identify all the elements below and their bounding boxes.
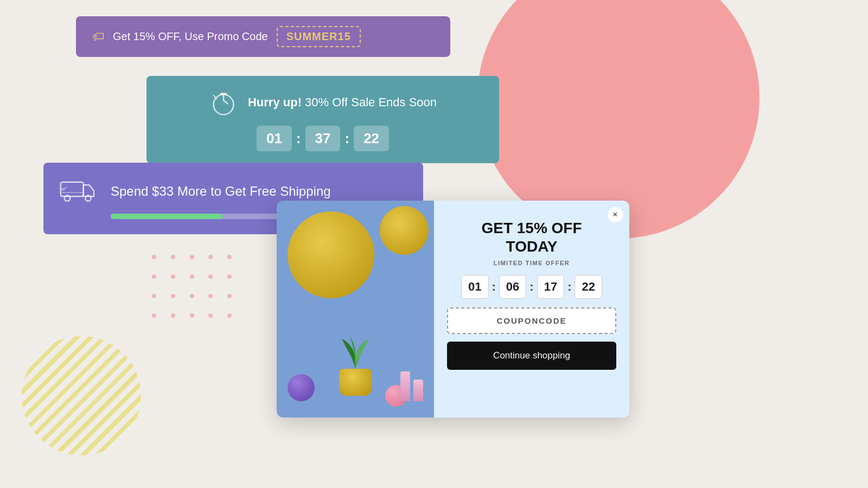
- countdown-banner: Hurry up! 30% Off Sale Ends Soon 01 : 37…: [146, 76, 499, 163]
- modal-colon-2: :: [529, 280, 533, 294]
- countdown-colon-1: :: [296, 130, 301, 147]
- modal-colon-1: :: [492, 280, 496, 294]
- purple-sphere: [288, 374, 315, 401]
- modal-timer: 01 : 06 : 17 : 22: [447, 275, 616, 299]
- modal-close-button[interactable]: ×: [608, 207, 623, 222]
- promo-code: SUMMER15: [277, 26, 361, 47]
- countdown-title: Hurry up! 30% Off Sale Ends Soon: [248, 95, 437, 110]
- countdown-seconds: 22: [354, 126, 389, 151]
- modal-subtitle: LIMITED TIME OFFER: [447, 260, 616, 266]
- modal-image-side: [277, 201, 434, 418]
- countdown-digits: 01 : 37 : 22: [257, 126, 389, 151]
- stopwatch-icon: [209, 88, 238, 117]
- modal-hours: 01: [461, 275, 488, 299]
- modal-popup: × GET 15% OFF TODAY LIMITED TIME OFFER 0…: [277, 201, 629, 418]
- coupon-code-box[interactable]: COUPONCODE: [447, 307, 616, 334]
- svg-line-2: [224, 100, 228, 104]
- gold-circle-small: [380, 206, 429, 255]
- modal-colon-3: :: [567, 280, 571, 294]
- modal-minutes: 06: [499, 275, 526, 299]
- plant-pot: [334, 320, 377, 396]
- continue-shopping-button[interactable]: Continue shopping: [447, 342, 616, 370]
- promo-banner: 🏷 Get 15% OFF, Use Promo Code SUMMER15: [76, 16, 450, 57]
- promo-text: Get 15% OFF, Use Promo Code: [113, 30, 268, 43]
- modal-seconds: 22: [575, 275, 602, 299]
- bg-dots: [152, 255, 239, 325]
- modal-content-side: × GET 15% OFF TODAY LIMITED TIME OFFER 0…: [434, 201, 629, 418]
- shipping-text: Spend $33 More to Get Free Shipping: [111, 184, 331, 199]
- bg-yellow-stripes: [22, 336, 141, 455]
- svg-rect-3: [220, 93, 227, 95]
- truck-icon: [60, 178, 98, 205]
- modal-title: GET 15% OFF TODAY: [447, 219, 616, 255]
- countdown-colon-2: :: [344, 130, 349, 147]
- plant-leaves-svg: [334, 320, 377, 374]
- modal-tens: 17: [537, 275, 564, 299]
- countdown-minutes: 37: [305, 126, 341, 151]
- gold-circle-large: [288, 211, 374, 298]
- countdown-hours: 01: [257, 126, 292, 151]
- tag-icon: 🏷: [92, 30, 104, 44]
- pink-pillars: [400, 371, 423, 401]
- progress-bar-fill: [111, 214, 223, 219]
